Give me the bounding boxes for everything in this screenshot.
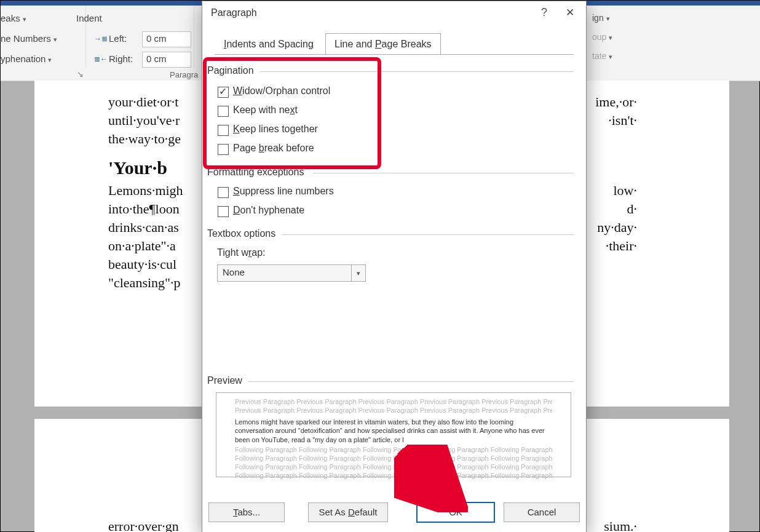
pagination-section: Pagination [207,65,254,76]
indent-right-value: 0 cm [146,54,167,64]
preview-previous: Previous Paragraph Previous Paragraph Pr… [235,407,552,414]
keep-lines-together-checkbox[interactable] [218,125,229,136]
indent-right-icon: ≣← [94,55,108,63]
help-button[interactable]: ? [534,6,554,19]
section-divider [260,71,574,72]
indent-left-label: Left: [109,33,127,44]
set-as-default-button[interactable]: Set As Default [308,502,388,522]
doc-text: the·way·to·ge [108,130,181,148]
suppress-line-numbers-label: Suppress line numbers [233,186,334,197]
doc-text: your·diet·or·t [108,93,178,111]
tab-line-page-breaks[interactable]: Line and Page Breaks [325,33,440,55]
doc-text: sium.· [604,517,637,532]
doc-text: ime,·or· [595,93,637,111]
breaks-button[interactable]: eaks▾ [1,13,26,23]
preview-section: Preview [207,375,242,386]
chevron-down-icon: ▾ [351,265,365,281]
doc-heading: 'Your·b [108,156,167,181]
dont-hyphenate-label: Don't hyphenate [233,205,304,216]
keep-with-next-label: Keep with next [233,105,298,116]
doc-text: into·the¶loon [108,200,180,218]
chevron-down-icon: ▾ [606,15,610,23]
keep-with-next-checkbox[interactable] [218,106,229,117]
formatting-exceptions-section: Formatting exceptions [207,167,304,178]
keep-lines-together-label: Keep lines together [233,124,318,135]
indent-right-label: Right: [109,54,133,64]
paragraph-dialog: Paragraph ? ✕ Indents and Spacing Line a… [202,1,587,532]
doc-text: low· [614,181,638,200]
doc-text: error·over·gn [108,517,179,532]
chevron-down-icon: ▾ [609,34,612,42]
preview-following: Following Paragraph Following Paragraph … [235,455,552,462]
ribbon-group-right: ign▾ oup▾ tate▾ [586,6,642,80]
chevron-down-icon: ▾ [23,15,26,23]
paragraph-group-label: Paragra [170,70,198,79]
preview-box: Previous Paragraph Previous Paragraph Pr… [216,392,571,477]
widow-orphan-label: Widow/Orphan control [233,85,330,97]
page-break-before-checkbox[interactable] [218,144,229,155]
tab-underline [215,54,574,55]
tight-wrap-value: None [223,267,245,277]
section-divider [282,234,574,235]
doc-text: d· [627,200,638,218]
rotate-button[interactable]: tate▾ [592,51,612,61]
tab-indents-spacing[interactable]: Indents and Spacing [215,33,323,55]
indent-left-value: 0 cm [146,33,167,44]
chevron-down-icon: ▾ [609,53,612,61]
preview-previous: Previous Paragraph Previous Paragraph Pr… [235,398,552,405]
doc-text: ·their· [606,237,637,255]
close-button[interactable]: ✕ [560,6,580,19]
hyphenation-button[interactable]: yphenation▾ [1,54,52,64]
doc-text: ny·day· [597,218,637,237]
section-divider [248,381,574,382]
chevron-down-icon: ▾ [48,56,52,64]
doc-text: beauty·is·cul [108,255,176,274]
doc-text: on·a·plate"·a [108,237,176,255]
doc-text: Lemons·migh [108,181,183,200]
preview-following: Following Paragraph Following Paragraph … [235,463,552,470]
page-break-before-label: Page break before [233,143,314,154]
cancel-button[interactable]: Cancel [504,502,580,522]
widow-orphan-checkbox[interactable] [218,87,229,98]
tabs-button[interactable]: Tabs... [208,502,285,522]
align-button[interactable]: ign▾ [592,13,610,23]
chevron-down-icon: ▾ [53,36,57,44]
tight-wrap-dropdown[interactable]: None ▾ [217,264,366,282]
preview-following: Following Paragraph Following Paragraph … [235,472,552,479]
dialog-title: Paragraph [211,7,257,18]
tight-wrap-label: Tight wrap: [217,247,266,258]
group-button[interactable]: oup▾ [592,32,612,42]
textbox-options-section: Textbox options [207,228,275,239]
section-divider [313,173,574,173]
indent-group-title: Indent [76,13,102,23]
doc-text: drinks·can·as [108,218,179,237]
indent-left-icon: →≣ [94,34,108,43]
ok-button[interactable]: OK [416,502,495,523]
doc-text: ·isn't· [608,111,637,130]
preview-body: Lemons might have sparked our interest i… [235,418,552,444]
suppress-line-numbers-checkbox[interactable] [218,187,229,198]
line-numbers-button[interactable]: ne Numbers▾ [1,33,57,44]
doc-text: until·you've·r [108,111,180,130]
doc-text: "cleansing"·p [108,274,181,292]
dont-hyphenate-checkbox[interactable] [218,206,229,217]
dialog-launcher-icon[interactable]: ↘ [77,69,84,79]
preview-following: Following Paragraph Following Paragraph … [235,446,552,453]
